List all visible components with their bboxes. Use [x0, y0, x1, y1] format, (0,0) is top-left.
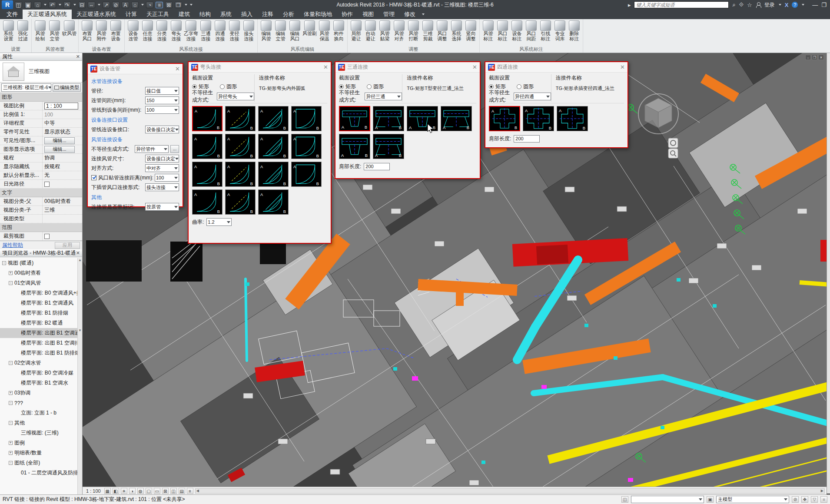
- field-checkbox[interactable]: [91, 175, 96, 180]
- text-icon[interactable]: A: [122, 2, 129, 8]
- fitting-tile-11[interactable]: AB: [258, 162, 289, 187]
- ribbon-button-删除标注[interactable]: 删除标注: [567, 20, 581, 46]
- tab-视图[interactable]: 视图: [358, 10, 378, 19]
- collapse-icon[interactable]: −: [9, 281, 13, 285]
- tree-item[interactable]: −???: [0, 398, 82, 408]
- tab-overflow-icon[interactable]: [422, 13, 425, 15]
- fitting-tile-1[interactable]: AB: [192, 106, 222, 131]
- tab-注释[interactable]: 注释: [257, 10, 278, 19]
- tab-管理[interactable]: 管理: [378, 10, 399, 19]
- ribbon-button-风管标注[interactable]: 风管标注: [481, 20, 495, 46]
- ribbon-button-三通连接[interactable]: 三通连接: [199, 20, 213, 46]
- canvas-vertical-scrollbar[interactable]: [827, 53, 830, 494]
- apply-button[interactable]: 应用: [55, 242, 80, 249]
- crop-region-icon[interactable]: ▭: [154, 488, 160, 494]
- fitting-tile-1[interactable]: AB: [489, 106, 520, 131]
- view-minimize-icon[interactable]: –: [805, 55, 811, 60]
- view-caret-icon[interactable]: [141, 4, 144, 6]
- ribbon-button-风管对齐[interactable]: 风管对齐: [392, 20, 406, 46]
- fitting-tile-6[interactable]: AB: [225, 134, 256, 159]
- view-restore-icon[interactable]: ❐: [812, 55, 817, 60]
- expand-icon[interactable]: +: [9, 451, 13, 455]
- sync-icon[interactable]: ⌂: [34, 2, 41, 8]
- fitting-tile-14[interactable]: AB: [225, 189, 256, 215]
- ribbon-button-布置设备[interactable]: 布置设备: [109, 20, 123, 46]
- field-combo[interactable]: 按原管: [145, 203, 179, 211]
- property-value-input[interactable]: 1 : 100: [44, 103, 78, 109]
- field-combo[interactable]: 100: [145, 106, 179, 114]
- ribbon-button-风管保温[interactable]: 风管保温: [317, 20, 332, 46]
- subscription-icon[interactable]: ⟐: [739, 1, 744, 8]
- dialog-elbow-close-icon[interactable]: ✕: [323, 64, 328, 70]
- tree-item[interactable]: −楼层平面: 出图 B1 防排烟: [0, 348, 82, 358]
- measure-caret-icon[interactable]: [98, 4, 100, 6]
- edit-type-button[interactable]: 编辑类型: [53, 83, 81, 92]
- sign-in-label[interactable]: 登录: [764, 1, 775, 9]
- tree-item[interactable]: −楼层平面: B1 空调通风: [0, 298, 82, 308]
- field-combo[interactable]: 150: [145, 96, 179, 104]
- tree-item[interactable]: −视图 (暖通): [0, 258, 82, 268]
- gen-mode-combo[interactable]: 异径四通: [514, 93, 551, 100]
- expand-icon[interactable]: +: [9, 271, 13, 275]
- fitting-tile-2[interactable]: AB: [225, 106, 256, 131]
- tab-协作[interactable]: 协作: [337, 10, 358, 19]
- undo-icon[interactable]: ↶: [49, 2, 56, 8]
- save-icon[interactable]: ▣: [24, 2, 32, 8]
- field-combo[interactable]: 100: [155, 174, 179, 182]
- property-value[interactable]: 按规程: [44, 163, 60, 170]
- detail-level-icon[interactable]: ▦: [104, 488, 111, 494]
- property-checkbox[interactable]: [44, 234, 50, 239]
- radio-round[interactable]: 圆形: [367, 83, 384, 90]
- ribbon-button-变径连接[interactable]: 变径连接: [227, 20, 242, 46]
- shadows-icon[interactable]: ◑: [129, 488, 136, 494]
- ribbon-button-强化过滤[interactable]: 强化过滤: [16, 20, 30, 46]
- ribbon-button-四通连接[interactable]: 四通连接: [213, 20, 227, 46]
- ribbon-button-风口调整[interactable]: 风口调整: [435, 20, 449, 46]
- tree-item[interactable]: +图例: [0, 438, 82, 448]
- ribbon-button-风管立管[interactable]: 风管立管: [47, 20, 62, 46]
- tab-体量和场地[interactable]: 体量和场地: [299, 10, 337, 19]
- displaced-elements-icon[interactable]: ≡: [187, 488, 193, 494]
- ribbon-button-三维剪裁[interactable]: 三维剪裁: [421, 20, 435, 46]
- fitting-tile-13[interactable]: AB: [192, 189, 222, 215]
- tree-item[interactable]: −楼层平面: B1 空调水: [0, 378, 82, 388]
- thin-lines-icon[interactable]: ≡: [156, 2, 163, 8]
- fitting-tile-9[interactable]: AB: [192, 162, 222, 187]
- fitting-tile-5[interactable]: AB: [339, 134, 370, 159]
- ribbon-button-编辑风口[interactable]: 编辑风口: [288, 20, 302, 46]
- ribbon-button-接头连接[interactable]: 接头连接: [242, 20, 256, 46]
- gen-mode-combo[interactable]: 异径弯头: [217, 93, 254, 100]
- tree-item[interactable]: −立面: 立面 1 - b: [0, 408, 82, 418]
- worksets-combo[interactable]: [631, 496, 704, 503]
- tree-item[interactable]: +明细表/数量: [0, 448, 82, 458]
- ribbon-button-专业词库[interactable]: 专业词库: [553, 20, 567, 46]
- collapse-icon[interactable]: −: [9, 401, 13, 405]
- crop-view-icon[interactable]: ▢: [146, 488, 152, 494]
- property-edit-button[interactable]: 编辑...: [44, 146, 75, 153]
- tree-item[interactable]: −图纸 (全部): [0, 458, 82, 468]
- ribbon-button-系统选择[interactable]: 系统选择: [449, 20, 464, 46]
- press-drag-icon[interactable]: ✥: [801, 496, 808, 503]
- revit-logo[interactable]: R: [2, 0, 13, 9]
- dialog-cross-titlebar[interactable]: TE 四通连接 ✕: [485, 62, 627, 73]
- render-icon[interactable]: ◍: [137, 488, 144, 494]
- tree-item[interactable]: −楼层平面: B1 防排烟: [0, 308, 82, 318]
- ribbon-button-风管刷[interactable]: 风管刷: [302, 20, 317, 46]
- fitting-tile-4[interactable]: AB: [291, 106, 322, 131]
- ribbon-button-分类连接[interactable]: 分类连接: [155, 20, 169, 46]
- fitting-tile-15[interactable]: AB: [258, 189, 289, 215]
- fitting-tile-3[interactable]: AB: [407, 106, 438, 131]
- properties-close-icon[interactable]: ✕: [76, 54, 80, 60]
- property-checkbox[interactable]: [44, 182, 50, 187]
- tree-item[interactable]: −楼层平面: B2 暖通: [0, 318, 82, 328]
- dialog-equipment-titlebar[interactable]: TE 设备连管 ✕: [88, 64, 183, 74]
- tab-文件[interactable]: 文件: [2, 10, 23, 19]
- dialog-equipment-close-icon[interactable]: ✕: [175, 66, 180, 72]
- tab-天正暖通水系统[interactable]: 天正暖通水系统: [72, 10, 121, 19]
- tab-结构[interactable]: 结构: [195, 10, 216, 19]
- temporary-view-properties-icon[interactable]: ▤: [179, 488, 185, 494]
- ribbon-button-风管附件[interactable]: 风管附件: [94, 20, 109, 46]
- favorites-star-icon[interactable]: ☆: [747, 2, 752, 8]
- signin-caret-icon[interactable]: [779, 4, 781, 6]
- ribbon-button-软风管[interactable]: 软风管: [62, 20, 77, 46]
